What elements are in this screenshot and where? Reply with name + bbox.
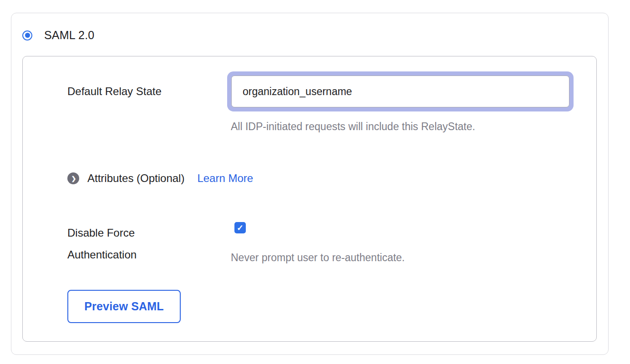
preview-saml-button[interactable]: Preview SAML (67, 290, 181, 323)
attributes-label: Attributes (Optional) (87, 172, 184, 185)
check-icon: ✓ (237, 223, 244, 233)
relay-state-row: Default Relay State All IDP-initiated re… (67, 71, 596, 133)
saml-radio-button[interactable] (22, 30, 32, 40)
force-auth-label: Disable Force Authentication (67, 222, 227, 266)
relay-state-help: All IDP-initiated requests will include … (231, 120, 574, 133)
force-auth-checkbox[interactable]: ✓ (234, 222, 246, 233)
saml-settings-card: SAML 2.0 Default Relay State All IDP-ini… (11, 13, 609, 355)
relay-state-focus-ring (227, 71, 574, 111)
saml-radio-row: SAML 2.0 (11, 13, 608, 42)
attributes-row: ❯ Attributes (Optional) Learn More (67, 172, 596, 185)
relay-state-label: Default Relay State (67, 71, 227, 133)
saml-config-panel: Default Relay State All IDP-initiated re… (22, 56, 597, 342)
learn-more-link[interactable]: Learn More (197, 172, 253, 185)
relay-state-control: All IDP-initiated requests will include … (227, 71, 574, 133)
radio-selected-dot (25, 33, 30, 38)
saml-radio-label: SAML 2.0 (44, 29, 94, 42)
force-auth-help: Never prompt user to re-authenticate. (231, 251, 405, 264)
force-auth-row: Disable Force Authentication ✓ Never pro… (67, 222, 596, 266)
relay-state-input[interactable] (231, 76, 569, 107)
chevron-right-icon[interactable]: ❯ (67, 172, 79, 184)
force-auth-control: ✓ Never prompt user to re-authenticate. (227, 222, 405, 266)
